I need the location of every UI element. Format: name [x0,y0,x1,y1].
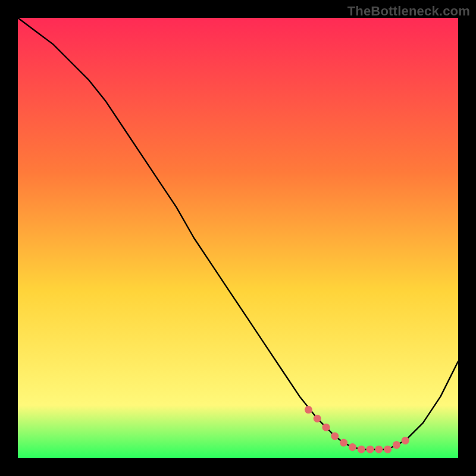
marker-point [349,443,356,451]
marker-point [358,446,365,453]
marker-point [375,446,383,453]
gradient-background [18,18,458,458]
marker-point [331,433,339,440]
bottleneck-chart [0,0,476,476]
marker-point [314,415,321,422]
marker-point [402,437,409,444]
marker-point [393,441,400,449]
chart-frame: { "watermark": "TheBottleneck.com", "col… [0,0,476,476]
marker-point [384,446,392,453]
marker-point [305,406,312,414]
marker-point [367,446,374,453]
marker-point [322,424,330,431]
marker-point [340,439,347,447]
watermark-text: TheBottleneck.com [347,4,470,19]
